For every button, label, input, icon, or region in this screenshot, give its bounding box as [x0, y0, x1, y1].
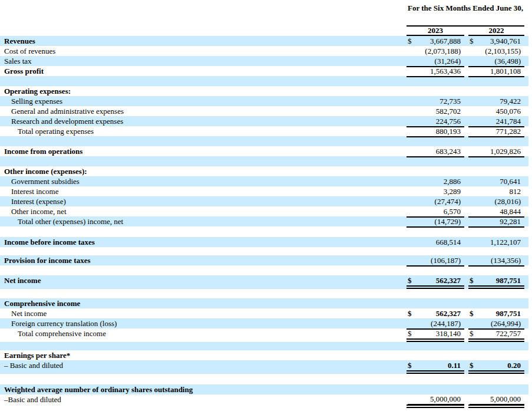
value-2023: (106,187)	[408, 255, 464, 265]
value-2023: 6,570	[408, 206, 464, 216]
table-row: Interest (expense)(27,474)(28,016)	[0, 196, 528, 206]
table-row: Total other (expenses) income, net(14,72…	[0, 216, 528, 226]
row-label: Cost of revenues	[0, 46, 407, 56]
value-2022: 5,000,000	[470, 394, 524, 405]
value-2022-cell: 79,422	[468, 96, 524, 106]
value-2022: 92,281	[470, 216, 524, 226]
value-2023-cell: (27,474)	[407, 196, 464, 206]
row-label: Net income	[0, 308, 407, 318]
value-2022: 771,282	[470, 126, 524, 136]
value-2023-cell: $562,327	[407, 308, 464, 318]
value-2023: 3,289	[408, 186, 464, 196]
value-2022-cell: (2,103,155)	[468, 46, 524, 56]
value-2022-cell: 92,281	[468, 216, 524, 228]
table-row: General and administrative expenses582,7…	[0, 106, 528, 116]
year-column-2023: 2023	[407, 27, 464, 36]
spacer-row	[0, 265, 528, 275]
income-statement-table: For the Six Months Ended June 30, 2023 2…	[0, 0, 528, 407]
value-2023-cell: $562,327	[407, 275, 464, 289]
value-2023-cell: 683,243	[407, 146, 464, 157]
value-2022: 79,422	[470, 96, 524, 106]
table-row: –Basic and diluted5,000,0005,000,000	[0, 394, 528, 407]
value-2022: (264,994)	[470, 318, 524, 328]
table-row: – Basic and diluted$0.11$0.20	[0, 360, 528, 374]
table-row: Total comprehensive income$318,140$722,7…	[0, 328, 528, 342]
table-row: Earnings per share*	[0, 350, 528, 360]
value-2022: 987,751	[474, 308, 525, 318]
spacer-row	[0, 156, 528, 166]
row-label: Provision for income taxes	[0, 255, 407, 267]
spacer-row	[0, 76, 528, 86]
financial-statement-document: For the Six Months Ended June 30, 2023 2…	[0, 0, 532, 411]
row-label: Interest (expense)	[0, 196, 407, 206]
spacer-row	[0, 226, 528, 237]
value-2023: 582,702	[408, 106, 464, 116]
value-2023-cell: 72,735	[407, 96, 464, 106]
spacer-row	[0, 136, 528, 146]
value-2023: (14,729)	[408, 216, 464, 226]
table-row: Provision for income taxes(106,187)(134,…	[0, 255, 528, 265]
value-2022-cell: 812	[468, 186, 524, 196]
value-2022: (36,498)	[470, 56, 524, 66]
spacer-row	[0, 342, 528, 350]
table-row: Research and development expenses224,756…	[0, 116, 528, 126]
value-2022-cell: (28,016)	[468, 196, 524, 206]
value-2022-cell: 450,076	[468, 106, 524, 116]
table-row: Selling expenses72,73579,422	[0, 96, 528, 106]
value-2022: 987,751	[474, 275, 525, 285]
year-column-2022: 2022	[468, 27, 524, 36]
value-2023-cell: 1,563,436	[407, 66, 464, 77]
row-label: Total other (expenses) income, net	[0, 216, 407, 228]
value-2022: (28,016)	[470, 196, 524, 206]
value-2022: 48,844	[470, 206, 524, 216]
value-2023: (31,264)	[408, 56, 464, 66]
value-2023-cell: (2,073,188)	[407, 46, 464, 56]
value-2023-cell: 582,702	[407, 106, 464, 116]
row-label: Net income	[0, 275, 407, 289]
spacer-row	[0, 374, 528, 384]
value-2023-cell: 3,289	[407, 186, 464, 196]
table-row: Revenues$3,667,888$3,940,761	[0, 36, 528, 46]
table-row: Sales tax(31,264)(36,498)	[0, 56, 528, 66]
value-2022-cell: (134,356)	[468, 255, 524, 267]
value-2022: 1,122,107	[470, 237, 524, 247]
table-row: Income before income taxes668,5141,122,1…	[0, 237, 528, 247]
value-2023: (2,073,188)	[408, 46, 464, 56]
table-row: Foreign currency translation (loss)(244,…	[0, 318, 528, 328]
value-2023: 880,193	[408, 126, 464, 136]
row-label: Total operating expenses	[0, 126, 407, 137]
value-2023: 5,000,000	[408, 394, 464, 405]
value-2023: 3,667,888	[412, 36, 465, 46]
value-2023: 1,563,436	[408, 66, 464, 76]
table-row: Net income$562,327$987,751	[0, 308, 528, 318]
table-row: Other income (expenses):	[0, 166, 528, 176]
value-2023: 224,756	[408, 116, 464, 126]
value-2023-cell: $3,667,888	[407, 36, 464, 46]
table-row: Gross profit1,563,4361,801,108	[0, 66, 528, 76]
year-header-row: 2023 2022	[0, 27, 528, 36]
value-2022-cell: 1,122,107	[468, 237, 524, 247]
row-label: Selling expenses	[0, 96, 407, 106]
value-2022-cell: $0.20	[468, 360, 524, 374]
period-header-row: For the Six Months Ended June 30,	[0, 0, 528, 27]
value-2022-cell: 771,282	[468, 126, 524, 137]
row-label: Government subsidies	[0, 176, 407, 186]
value-2022: 450,076	[470, 106, 524, 116]
period-header: For the Six Months Ended June 30,	[407, 0, 524, 27]
row-label: Interest income	[0, 186, 407, 196]
value-2022-cell: $3,940,761	[468, 36, 524, 46]
value-2022-cell: 1,029,826	[468, 146, 524, 157]
spacer-row	[0, 289, 528, 298]
value-2023: (27,474)	[408, 196, 464, 206]
table-row: Net income$562,327$987,751	[0, 275, 528, 289]
value-2023-cell: 880,193	[407, 126, 464, 137]
value-2023: 2,886	[408, 176, 464, 186]
value-2022: 241,784	[470, 116, 524, 126]
row-label: – Basic and diluted	[0, 360, 407, 374]
row-label: Income before income taxes	[0, 237, 407, 247]
table-row: Cost of revenues(2,073,188)(2,103,155)	[0, 46, 528, 56]
row-label: Weighted average number of ordinary shar…	[0, 384, 407, 394]
value-2023-cell: (106,187)	[407, 255, 464, 267]
value-2022-cell: 5,000,000	[468, 394, 524, 408]
row-label: Operating expenses:	[0, 86, 407, 96]
